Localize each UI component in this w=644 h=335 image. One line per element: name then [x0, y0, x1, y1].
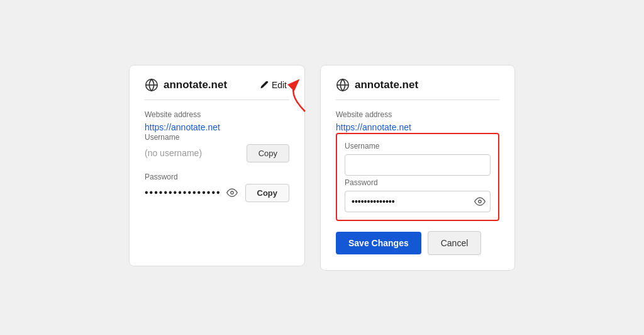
password-input[interactable]: [345, 191, 491, 212]
edit-website-label: Website address: [336, 110, 499, 119]
card-title: annotate.net: [164, 79, 227, 91]
edit-card-title: annotate.net: [355, 79, 418, 91]
edit-divider: [336, 99, 499, 100]
username-value: (no username): [145, 148, 202, 158]
password-input-row: [345, 191, 491, 212]
divider: [145, 99, 289, 100]
save-changes-button[interactable]: Save Changes: [336, 232, 421, 254]
website-label: Website address: [145, 110, 289, 119]
edit-card: annotate.net Website address https://ann…: [320, 65, 515, 271]
password-value-row: ••••••••••••••••: [145, 187, 238, 198]
username-label: Username: [145, 133, 289, 142]
edit-label: Edit: [272, 80, 287, 90]
username-input[interactable]: [345, 154, 491, 176]
edit-password-label: Password: [345, 178, 491, 187]
password-dots: ••••••••••••••••: [145, 187, 221, 198]
username-row: (no username) Copy: [145, 144, 289, 162]
edit-title-row: annotate.net: [336, 78, 418, 92]
card-header: annotate.net Edit: [145, 78, 289, 92]
edit-globe-icon: [336, 78, 350, 92]
website-section: Website address https://annotate.net: [145, 110, 289, 133]
username-section: Username (no username) Copy: [145, 133, 289, 162]
edit-website-url[interactable]: https://annotate.net: [336, 122, 411, 132]
edit-fields-box: Username Password: [336, 133, 499, 221]
password-row: •••••••••••••••• Copy: [145, 184, 289, 202]
pencil-icon: [260, 81, 269, 89]
edit-website-section: Website address https://annotate.net: [336, 110, 499, 133]
eye-icon[interactable]: [226, 187, 238, 198]
edit-username-label: Username: [345, 142, 491, 150]
copy-username-button[interactable]: Copy: [247, 144, 289, 162]
globe-icon: [145, 78, 158, 92]
password-section: Password •••••••••••••••• Copy: [145, 173, 289, 202]
edit-card-header: annotate.net: [336, 78, 499, 92]
title-row: annotate.net: [145, 78, 227, 92]
edit-username-section: Username: [345, 142, 491, 178]
edit-password-section: Password: [345, 178, 491, 212]
svg-point-2: [230, 191, 233, 195]
password-label: Password: [145, 173, 289, 181]
action-row: Save Changes Cancel: [336, 231, 499, 255]
edit-button[interactable]: Edit: [258, 79, 289, 91]
edit-eye-icon[interactable]: [474, 196, 486, 207]
view-card: annotate.net Edit Website address https:…: [129, 65, 305, 266]
cancel-button[interactable]: Cancel: [428, 231, 482, 255]
svg-point-6: [479, 200, 482, 203]
website-url[interactable]: https://annotate.net: [145, 122, 220, 132]
copy-password-button[interactable]: Copy: [245, 184, 290, 202]
